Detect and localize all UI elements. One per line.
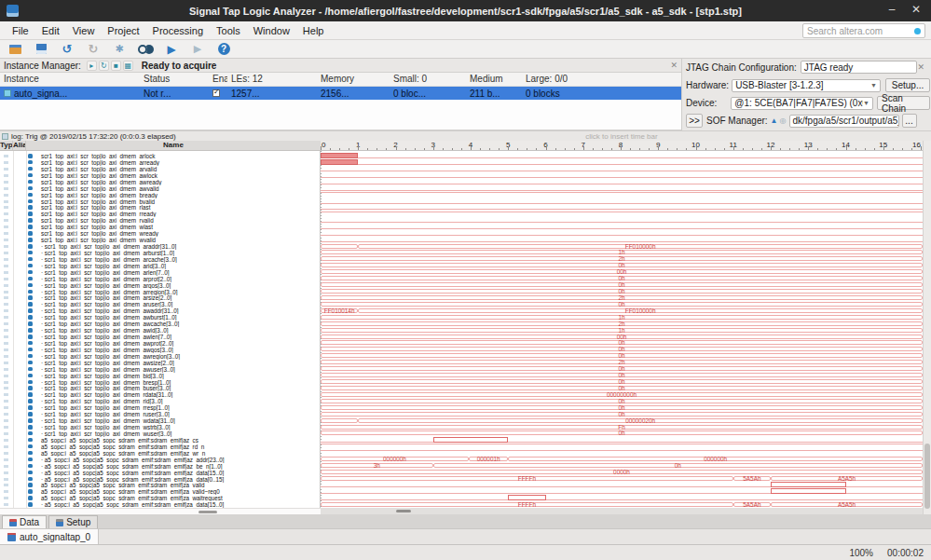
close-icon[interactable]: ✕ — [670, 61, 678, 70]
ruler-tick — [480, 148, 481, 150]
signal-row[interactable]: · a5_sopc:i_a5_sopc|a5_sopc_sdram_emif:s… — [0, 501, 321, 508]
signal-row[interactable]: · a5_sopc:i_a5_sopc|a5_sopc_sdram_emif:s… — [0, 470, 321, 476]
signal-row[interactable]: scr1_top_axi:i_scr_top|io_axi_dmem_bvali… — [0, 198, 321, 205]
signal-row[interactable]: · scr1_top_axi:i_scr_top|io_axi_dmem_rus… — [0, 411, 321, 417]
signal-row[interactable]: · scr1_top_axi:i_scr_top|io_axi_dmem_awl… — [0, 334, 321, 340]
menu-window[interactable]: Window — [247, 23, 296, 38]
row-marker-icon — [4, 322, 8, 325]
row-marker-icon — [4, 419, 8, 422]
signal-row[interactable]: · scr1_top_axi:i_scr_top|io_axi_dmem_wst… — [0, 424, 321, 430]
waveform-vscrollbar[interactable] — [923, 141, 931, 514]
row-marker-icon — [4, 296, 8, 299]
tap-settings-icon[interactable] — [112, 42, 127, 56]
signal-row[interactable]: a5_sopc:i_a5_sopc|a5_sopc_sdram_emif:sdr… — [0, 482, 321, 488]
signal-row[interactable]: scr1_top_axi:i_scr_top|io_axi_dmem_rread… — [0, 211, 321, 217]
menu-project[interactable]: Project — [101, 23, 145, 38]
signal-type-icon — [28, 458, 33, 462]
signal-row[interactable]: · scr1_top_axi:i_scr_top|io_axi_dmem_arr… — [0, 289, 321, 295]
signal-row[interactable]: a5_sopc:i_a5_sopc|a5_sopc_sdram_emif:sdr… — [0, 450, 321, 457]
time-ruler[interactable]: 012345678910111213141516 — [321, 141, 923, 151]
stop-acquisition-icon[interactable]: ■ — [111, 61, 121, 71]
menu-edit[interactable]: Edit — [35, 23, 66, 38]
save-icon[interactable] — [34, 42, 48, 56]
signal-row[interactable]: · scr1_top_axi:i_scr_top|io_axi_dmem_bus… — [0, 385, 321, 391]
signal-row[interactable]: · scr1_top_axi:i_scr_top|io_axi_dmem_awc… — [0, 321, 321, 327]
tab-setup[interactable]: Setup — [48, 515, 98, 528]
signal-row[interactable]: a5_sopc:i_a5_sopc|a5_sopc_sdram_emif:sdr… — [0, 437, 321, 444]
signal-row[interactable]: scr1_top_axi:i_scr_top|io_axi_dmem_wlast — [0, 224, 321, 230]
signal-type-icon — [28, 464, 33, 469]
autorun-acquisition-icon[interactable]: ↻ — [99, 61, 109, 71]
attach-sof-icon[interactable]: ◎ — [780, 116, 787, 125]
signal-name-label: · scr1_top_axi:i_scr_top|io_axi_dmem_awl… — [41, 334, 171, 340]
signal-row[interactable]: · a5_sopc:i_a5_sopc|a5_sopc_sdram_emif:s… — [0, 463, 321, 470]
signal-row[interactable]: a5_sopc:i_a5_sopc|a5_sopc_sdram_emif:sdr… — [0, 495, 321, 501]
signal-line — [321, 203, 923, 204]
waveform-hscrollbar[interactable] — [321, 508, 923, 514]
signal-row[interactable]: · scr1_top_axi:i_scr_top|io_axi_dmem_awq… — [0, 347, 321, 353]
menu-tools[interactable]: Tools — [210, 23, 247, 38]
jtag-close-icon[interactable]: ✕ — [917, 62, 924, 72]
timebar-hint[interactable]: click to insert time bar — [321, 132, 923, 141]
signal-name-list[interactable]: scr1_top_axi:i_scr_top|io_axi_dmem_arloc… — [0, 151, 321, 508]
search-input[interactable]: Search altera.com — [802, 23, 925, 38]
signal-row[interactable]: scr1_top_axi:i_scr_top|io_axi_dmem_arrea… — [0, 159, 321, 166]
signal-row[interactable]: · scr1_top_axi:i_scr_top|io_axi_dmem_aws… — [0, 360, 321, 366]
signal-row[interactable]: scr1_top_axi:i_scr_top|io_axi_dmem_awloc… — [0, 172, 321, 179]
browse-sof-button[interactable]: ... — [902, 114, 917, 128]
signal-row[interactable]: · scr1_top_axi:i_scr_top|io_axi_dmem_arp… — [0, 276, 321, 282]
signal-row[interactable]: · scr1_top_axi:i_scr_top|io_axi_dmem_rid… — [0, 398, 321, 404]
column-header: Status — [140, 73, 209, 86]
elapsed-time: 00:00:02 — [887, 548, 924, 558]
program-sof-icon[interactable]: ▲ — [771, 116, 778, 125]
run-acquisition-icon[interactable]: ▸ — [87, 61, 97, 71]
signal-row[interactable]: · scr1_top_axi:i_scr_top|io_axi_dmem_aru… — [0, 301, 321, 307]
expand-button[interactable]: >> — [686, 114, 703, 128]
signal-type-icon — [28, 374, 33, 378]
signal-row[interactable]: · scr1_top_axi:i_scr_top|io_axi_dmem_bid… — [0, 373, 321, 379]
redo-icon[interactable] — [86, 42, 101, 56]
signal-type-icon — [28, 238, 33, 242]
menu-help[interactable]: Help — [296, 23, 331, 38]
signal-type-icon — [28, 412, 33, 417]
signal-type-icon — [28, 257, 33, 262]
read-data-icon[interactable]: ▦ — [123, 61, 133, 71]
undo-icon[interactable] — [60, 42, 75, 56]
signal-row[interactable]: scr1_top_axi:i_scr_top|io_axi_dmem_awval… — [0, 185, 321, 192]
app-icon — [7, 5, 19, 17]
sof-path-field[interactable]: dk/fpga/a5/scr1/output/a5_sdk.sof — [789, 115, 899, 128]
find-icon[interactable] — [138, 42, 153, 56]
hardware-select[interactable]: USB-Blaster [3-1.2.3]▼ — [732, 79, 881, 92]
signal-row[interactable]: · scr1_top_axi:i_scr_top|io_axi_dmem_awa… — [0, 307, 321, 314]
signal-name-label: · scr1_top_axi:i_scr_top|io_axi_dmem_bus… — [41, 385, 171, 391]
instance-table-row[interactable]: auto_signa...Not r...1257...2156...0 blo… — [0, 87, 681, 100]
menu-view[interactable]: View — [66, 23, 102, 38]
bus-value-label: 00000020h — [625, 417, 655, 424]
help-icon[interactable] — [216, 42, 231, 56]
setup-button[interactable]: Setup... — [885, 78, 930, 92]
device-select[interactable]: @1: 5CE(BA7|FA7|FA7ES) (0x02B130▼ — [731, 97, 873, 110]
tab-auto-signaltap-0[interactable]: auto_signaltap_0 — [0, 529, 99, 544]
menu-bar-items: FileEditViewProjectProcessingToolsWindow… — [6, 23, 330, 38]
signal-line — [846, 493, 924, 494]
instance-table: InstanceStatusEnabLEs: 12MemorySmall: 0M… — [0, 73, 681, 130]
signal-row[interactable]: scr1_top_axi:i_scr_top|io_axi_dmem_wvali… — [0, 237, 321, 243]
menu-file[interactable]: File — [6, 23, 35, 38]
run-analysis-icon[interactable] — [164, 42, 179, 56]
open-file-icon[interactable] — [7, 42, 22, 56]
cell — [209, 89, 227, 99]
minimize-button[interactable]: – — [884, 3, 899, 16]
name-list-hscrollbar[interactable] — [0, 508, 321, 514]
signal-name-label: · scr1_top_axi:i_scr_top|io_axi_dmem_ari… — [41, 263, 166, 269]
enabled-checkbox[interactable] — [212, 89, 220, 97]
row-marker-icon — [4, 342, 8, 345]
close-button[interactable]: ✕ — [909, 3, 924, 16]
menu-processing[interactable]: Processing — [146, 23, 210, 38]
auto-run-icon[interactable] — [190, 42, 205, 56]
signal-row[interactable]: · scr1_top_axi:i_scr_top|io_axi_dmem_arb… — [0, 250, 321, 256]
signal-row[interactable]: · scr1_top_axi:i_scr_top|io_axi_dmem_ari… — [0, 263, 321, 269]
waveform-area[interactable]: FF010000h1h2h0h00h0h0h0h2h0hFF010014hFF0… — [321, 151, 923, 508]
signal-type-icon — [28, 264, 33, 268]
tab-data[interactable]: Data — [2, 515, 47, 528]
scan-chain-button[interactable]: Scan Chain — [877, 96, 930, 110]
